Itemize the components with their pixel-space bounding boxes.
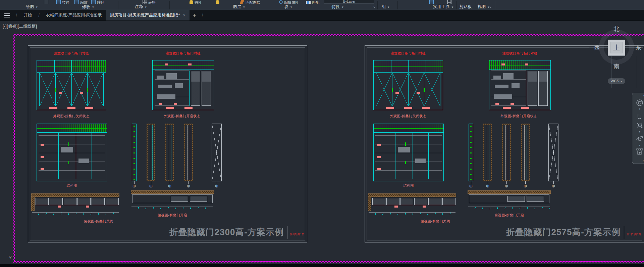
top-hatch-band	[37, 124, 107, 133]
ribbon-panel-3[interactable]: 注释▼	[135, 4, 147, 10]
tool-button[interactable]: 阵列	[91, 0, 104, 4]
tool-icon[interactable]	[429, 0, 434, 4]
pink-marker	[521, 107, 529, 109]
tool-icon	[74, 0, 79, 4]
ribbon-panel-9[interactable]: 剪贴板	[459, 4, 472, 10]
navbar-collapse-icon[interactable]: ⊖	[643, 159, 644, 163]
showmotion-icon[interactable]	[635, 147, 644, 156]
open-shelving	[491, 71, 526, 106]
door-leaves-row	[36, 198, 119, 205]
tool-icon[interactable]	[447, 0, 451, 4]
file-tab-label: 开始	[23, 12, 32, 18]
drawing-sheet-2: 注意收口条与柜门对缝 注意收口条与柜门对缝	[365, 45, 644, 242]
zoom-icon[interactable]	[635, 121, 644, 130]
chevron-down-icon: ▼	[387, 6, 390, 9]
close-icon[interactable]: ×	[183, 13, 185, 18]
tool-label: 匹配	[312, 0, 319, 4]
panel-launcher-icon[interactable]: ↘	[489, 5, 492, 8]
tool-label: 匹配图层	[246, 0, 260, 4]
folded-door-leaf	[527, 196, 544, 202]
tool-button[interactable]: 匹配	[306, 0, 319, 4]
tool-button[interactable]: 匹配图层	[240, 0, 260, 4]
new-tab-button[interactable]: +	[190, 10, 200, 20]
viewcube-north[interactable]: 北	[613, 25, 620, 33]
pink-marker	[86, 206, 89, 208]
wcs-label: WCS	[610, 79, 619, 83]
navigation-bar: ✕ ▼ ▼ ▼	[632, 93, 644, 164]
chevron-down-icon[interactable]: ▼	[639, 131, 641, 133]
file-tab-2[interactable]: 衣帽间系统-产品应用标准图纸	[42, 10, 106, 20]
navigation-wheel-icon[interactable]	[635, 98, 644, 107]
ribbon-panel-1[interactable]: 绘图▼	[26, 4, 38, 10]
ribbon-panel-8[interactable]: 实用工具▼	[433, 4, 454, 10]
warning-note: 注意收口条与柜门对缝	[37, 51, 106, 56]
hamburger-menu-icon[interactable]	[0, 10, 13, 20]
folded-door-leaf	[171, 196, 188, 202]
chevron-down-icon[interactable]: ▼	[639, 108, 641, 110]
tool-icon	[143, 0, 147, 4]
wall-section	[31, 193, 119, 197]
tool-icon	[190, 0, 193, 4]
warning-note: 注意收口条与柜门对缝	[152, 51, 214, 56]
tool-button[interactable]: 拉伸	[56, 0, 69, 4]
file-tab-1[interactable]: 开始	[19, 10, 36, 20]
view-title: 俯视图-折叠门关闭	[395, 219, 476, 224]
viewcube-axis-line	[636, 56, 636, 88]
tool-button[interactable]: 编辑属性	[279, 0, 299, 4]
elevation-open-drawing	[152, 60, 214, 110]
ribbon-tools-row: 拉伸缩放阵列表格特性匹配图层编辑属性匹配	[0, 0, 644, 4]
structure-drawing	[373, 124, 444, 181]
bylayer-dropdown[interactable]: ByLayer	[324, 0, 374, 4]
chevron-down-icon[interactable]: ▼	[639, 144, 641, 146]
viewcube-south[interactable]: 南	[613, 62, 620, 71]
tool-icon	[447, 0, 451, 4]
section-column	[132, 124, 137, 181]
pan-hand-icon[interactable]	[635, 112, 644, 121]
view-title: 俯视图-折叠门开启	[468, 213, 551, 218]
pink-marker	[58, 206, 61, 208]
viewport-menu-control[interactable]: [-]	[3, 24, 7, 29]
visual-style-control[interactable]: [二维线框]	[18, 24, 37, 29]
file-tab-3[interactable]: 厨房项目-厨房系统产品应用标准图纸*×	[106, 10, 189, 20]
ribbon-panel-6[interactable]: 特性▼	[332, 4, 344, 10]
tool-button[interactable]: 缩放	[74, 0, 88, 4]
viewcube-east[interactable]: 东	[635, 44, 641, 52]
tab-separator: /	[199, 13, 205, 18]
viewcube-west[interactable]: 西	[594, 44, 600, 52]
tool-button[interactable]: 特性	[190, 0, 202, 4]
door-handle	[424, 88, 425, 92]
ribbon-panel-7[interactable]: 组▼	[382, 4, 390, 10]
drawing-canvas[interactable]: [-][俯视][二维线框] 上 北 南 西 东 WCS▼ ✕ ▼	[0, 21, 644, 264]
ribbon-panel-10[interactable]: 视图▼	[478, 4, 490, 10]
viewcube-top-face[interactable]: 上	[608, 40, 625, 56]
ribbon-panel-5[interactable]: 块▼	[284, 4, 292, 10]
green-marker	[405, 142, 406, 146]
ribbon-panel-4[interactable]: 图层▼	[233, 4, 246, 10]
panel-launcher-icon[interactable]: ↘	[373, 5, 376, 8]
navbar-close-icon[interactable]: ✕	[643, 94, 644, 97]
section-column	[147, 124, 155, 181]
pink-marker	[511, 103, 514, 105]
pink-marker	[417, 92, 420, 94]
sheet-title: 折叠隐藏门2575高-方案示例	[482, 226, 621, 238]
view-control[interactable]: [俯视]	[7, 24, 18, 29]
wcs-dropdown[interactable]: WCS▼	[608, 78, 625, 84]
green-marker	[68, 161, 69, 164]
panel-divider	[456, 1, 457, 9]
pink-marker	[49, 107, 57, 109]
dimension-line	[369, 212, 455, 215]
ribbon-panel-2[interactable]: 修改▼	[82, 4, 95, 10]
ground-anchor-symbol: ⊕	[521, 182, 530, 190]
open-sections-drawing: ⊕ ⊕ ⊕ ⊕ ⊕	[469, 124, 569, 192]
orbit-icon[interactable]	[635, 135, 644, 143]
tool-button[interactable]: 表格	[143, 0, 156, 4]
opening-cavity	[132, 194, 213, 203]
top-hatch-band	[374, 60, 443, 73]
folded-door-leaf	[538, 71, 548, 106]
green-marker	[405, 161, 406, 164]
door-handle	[87, 88, 88, 92]
tool-icon[interactable]	[216, 0, 219, 4]
section-column	[165, 124, 174, 181]
tool-icon[interactable]	[44, 0, 48, 4]
plan-closed-drawing	[368, 193, 456, 218]
